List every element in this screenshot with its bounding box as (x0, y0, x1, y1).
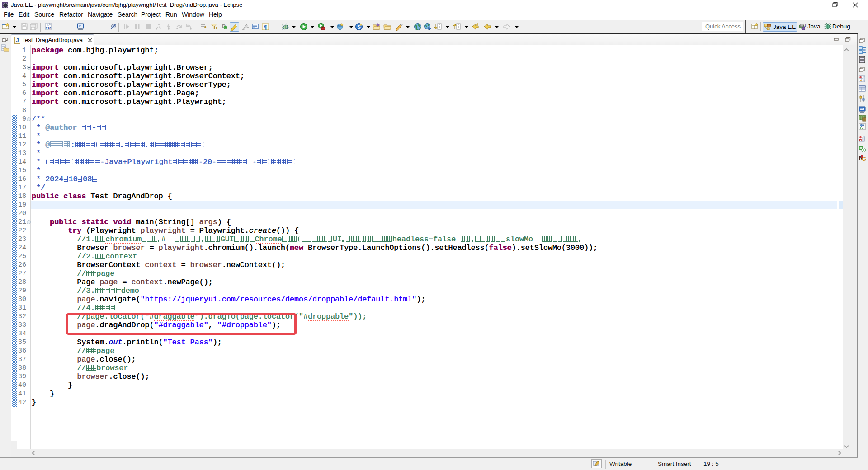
svg-text:J: J (16, 38, 19, 43)
svg-text:J: J (804, 23, 807, 28)
svg-text:010: 010 (46, 26, 52, 30)
svg-text:¶: ¶ (264, 24, 267, 30)
